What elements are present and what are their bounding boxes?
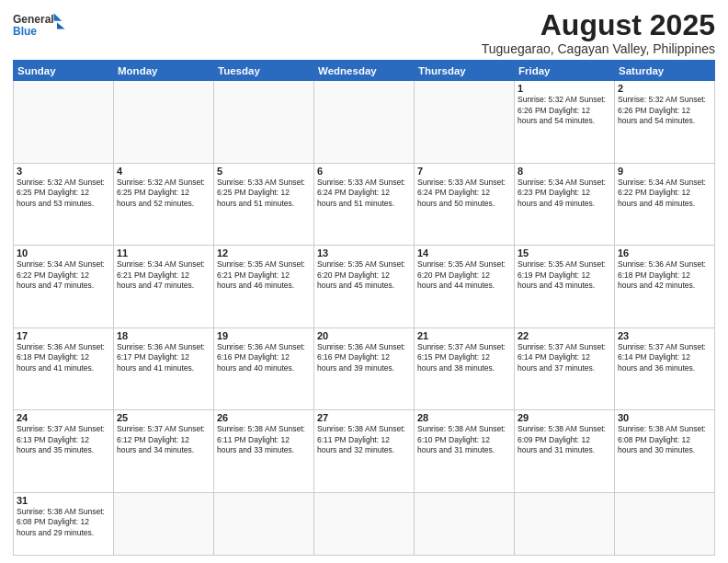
day-number: 4 bbox=[117, 166, 210, 177]
calendar-day-cell: 9Sunrise: 5:34 AM Sunset: 6:22 PM Daylig… bbox=[615, 163, 715, 245]
day-number: 10 bbox=[17, 247, 110, 259]
day-info: Sunrise: 5:37 AM Sunset: 6:13 PM Dayligh… bbox=[17, 424, 110, 455]
day-info: Sunrise: 5:38 AM Sunset: 6:11 PM Dayligh… bbox=[317, 424, 411, 455]
day-info: Sunrise: 5:32 AM Sunset: 6:26 PM Dayligh… bbox=[518, 95, 611, 126]
day-info: Sunrise: 5:36 AM Sunset: 6:16 PM Dayligh… bbox=[217, 342, 311, 373]
calendar-week-row: 1Sunrise: 5:32 AM Sunset: 6:26 PM Daylig… bbox=[14, 81, 715, 163]
day-number: 20 bbox=[317, 330, 411, 341]
day-number: 11 bbox=[117, 247, 210, 259]
day-info: Sunrise: 5:35 AM Sunset: 6:19 PM Dayligh… bbox=[518, 259, 611, 291]
day-number: 16 bbox=[618, 247, 711, 259]
day-info: Sunrise: 5:37 AM Sunset: 6:14 PM Dayligh… bbox=[518, 342, 611, 373]
day-number: 5 bbox=[217, 166, 311, 177]
calendar-day-cell: 22Sunrise: 5:37 AM Sunset: 6:14 PM Dayli… bbox=[515, 327, 615, 409]
calendar-day-cell: 13Sunrise: 5:35 AM Sunset: 6:20 PM Dayli… bbox=[314, 246, 415, 327]
day-number: 7 bbox=[417, 166, 511, 177]
day-info: Sunrise: 5:34 AM Sunset: 6:23 PM Dayligh… bbox=[518, 178, 611, 209]
day-info: Sunrise: 5:37 AM Sunset: 6:14 PM Dayligh… bbox=[618, 342, 711, 373]
col-monday: Monday bbox=[114, 61, 214, 81]
calendar-day-cell: 4Sunrise: 5:32 AM Sunset: 6:25 PM Daylig… bbox=[114, 163, 214, 245]
calendar-day-cell bbox=[314, 492, 415, 555]
day-info: Sunrise: 5:38 AM Sunset: 6:09 PM Dayligh… bbox=[518, 424, 611, 455]
header: GeneralBlue August 2025 Tuguegarao, Caga… bbox=[13, 9, 715, 56]
calendar-day-cell: 10Sunrise: 5:34 AM Sunset: 6:22 PM Dayli… bbox=[14, 246, 114, 327]
calendar-day-cell: 17Sunrise: 5:36 AM Sunset: 6:18 PM Dayli… bbox=[14, 327, 114, 409]
svg-marker-3 bbox=[57, 23, 65, 29]
day-number: 27 bbox=[317, 412, 411, 423]
svg-text:Blue: Blue bbox=[13, 25, 37, 38]
calendar-day-cell: 18Sunrise: 5:36 AM Sunset: 6:17 PM Dayli… bbox=[114, 327, 214, 409]
calendar-day-cell: 11Sunrise: 5:34 AM Sunset: 6:21 PM Dayli… bbox=[114, 246, 214, 327]
day-info: Sunrise: 5:32 AM Sunset: 6:25 PM Dayligh… bbox=[17, 178, 110, 209]
day-info: Sunrise: 5:36 AM Sunset: 6:16 PM Dayligh… bbox=[317, 342, 411, 373]
day-number: 23 bbox=[618, 330, 711, 341]
calendar-week-row: 3Sunrise: 5:32 AM Sunset: 6:25 PM Daylig… bbox=[14, 163, 715, 245]
day-number: 31 bbox=[17, 495, 110, 506]
day-info: Sunrise: 5:35 AM Sunset: 6:20 PM Dayligh… bbox=[317, 259, 411, 291]
calendar-day-cell bbox=[114, 81, 214, 163]
calendar-day-cell: 7Sunrise: 5:33 AM Sunset: 6:24 PM Daylig… bbox=[415, 163, 515, 245]
calendar-day-cell: 1Sunrise: 5:32 AM Sunset: 6:26 PM Daylig… bbox=[515, 81, 615, 163]
col-thursday: Thursday bbox=[415, 61, 515, 81]
day-info: Sunrise: 5:33 AM Sunset: 6:24 PM Dayligh… bbox=[417, 178, 511, 209]
calendar-table: Sunday Monday Tuesday Wednesday Thursday… bbox=[13, 60, 715, 556]
day-number: 8 bbox=[518, 166, 611, 177]
day-number: 30 bbox=[618, 412, 711, 423]
day-number: 22 bbox=[518, 330, 611, 341]
calendar-week-row: 31Sunrise: 5:38 AM Sunset: 6:08 PM Dayli… bbox=[14, 492, 715, 555]
calendar-day-cell bbox=[415, 81, 515, 163]
calendar-day-cell: 5Sunrise: 5:33 AM Sunset: 6:25 PM Daylig… bbox=[214, 163, 314, 245]
calendar-day-cell bbox=[214, 492, 314, 555]
day-info: Sunrise: 5:34 AM Sunset: 6:21 PM Dayligh… bbox=[117, 259, 210, 291]
col-wednesday: Wednesday bbox=[314, 61, 415, 81]
day-info: Sunrise: 5:32 AM Sunset: 6:25 PM Dayligh… bbox=[117, 178, 210, 209]
day-info: Sunrise: 5:32 AM Sunset: 6:26 PM Dayligh… bbox=[618, 95, 711, 126]
day-number: 15 bbox=[518, 247, 611, 259]
day-number: 19 bbox=[217, 330, 311, 341]
calendar-day-cell bbox=[14, 81, 114, 163]
calendar-day-cell: 12Sunrise: 5:35 AM Sunset: 6:21 PM Dayli… bbox=[214, 246, 314, 327]
calendar-day-cell: 15Sunrise: 5:35 AM Sunset: 6:19 PM Dayli… bbox=[515, 246, 615, 327]
day-info: Sunrise: 5:35 AM Sunset: 6:21 PM Dayligh… bbox=[217, 259, 311, 291]
calendar-day-cell: 26Sunrise: 5:38 AM Sunset: 6:11 PM Dayli… bbox=[214, 410, 314, 492]
day-number: 18 bbox=[117, 330, 210, 341]
day-info: Sunrise: 5:38 AM Sunset: 6:08 PM Dayligh… bbox=[17, 507, 110, 538]
page: GeneralBlue August 2025 Tuguegarao, Caga… bbox=[0, 0, 728, 563]
calendar-header-row: Sunday Monday Tuesday Wednesday Thursday… bbox=[14, 61, 715, 81]
col-tuesday: Tuesday bbox=[214, 61, 314, 81]
calendar-day-cell: 21Sunrise: 5:37 AM Sunset: 6:15 PM Dayli… bbox=[415, 327, 515, 409]
day-number: 28 bbox=[417, 412, 511, 423]
calendar-week-row: 24Sunrise: 5:37 AM Sunset: 6:13 PM Dayli… bbox=[14, 410, 715, 492]
calendar-week-row: 17Sunrise: 5:36 AM Sunset: 6:18 PM Dayli… bbox=[14, 327, 715, 409]
calendar-day-cell: 6Sunrise: 5:33 AM Sunset: 6:24 PM Daylig… bbox=[314, 163, 415, 245]
logo: GeneralBlue bbox=[13, 9, 68, 42]
calendar-day-cell: 25Sunrise: 5:37 AM Sunset: 6:12 PM Dayli… bbox=[114, 410, 214, 492]
calendar-day-cell: 24Sunrise: 5:37 AM Sunset: 6:13 PM Dayli… bbox=[14, 410, 114, 492]
day-info: Sunrise: 5:38 AM Sunset: 6:08 PM Dayligh… bbox=[618, 424, 711, 455]
day-number: 29 bbox=[518, 412, 611, 423]
day-info: Sunrise: 5:36 AM Sunset: 6:18 PM Dayligh… bbox=[17, 342, 110, 373]
generalblue-logo-icon: GeneralBlue bbox=[13, 9, 68, 42]
day-number: 3 bbox=[17, 166, 110, 177]
title-block: August 2025 Tuguegarao, Cagayan Valley, … bbox=[482, 9, 715, 56]
calendar-day-cell: 31Sunrise: 5:38 AM Sunset: 6:08 PM Dayli… bbox=[14, 492, 114, 555]
calendar-day-cell bbox=[615, 492, 715, 555]
calendar-day-cell bbox=[515, 492, 615, 555]
day-info: Sunrise: 5:38 AM Sunset: 6:10 PM Dayligh… bbox=[417, 424, 511, 455]
calendar-week-row: 10Sunrise: 5:34 AM Sunset: 6:22 PM Dayli… bbox=[14, 246, 715, 327]
day-number: 13 bbox=[317, 247, 411, 259]
day-number: 1 bbox=[518, 83, 611, 94]
calendar-day-cell: 29Sunrise: 5:38 AM Sunset: 6:09 PM Dayli… bbox=[515, 410, 615, 492]
day-info: Sunrise: 5:37 AM Sunset: 6:12 PM Dayligh… bbox=[117, 424, 210, 455]
day-info: Sunrise: 5:36 AM Sunset: 6:18 PM Dayligh… bbox=[618, 259, 711, 291]
calendar-day-cell: 28Sunrise: 5:38 AM Sunset: 6:10 PM Dayli… bbox=[415, 410, 515, 492]
day-number: 6 bbox=[317, 166, 411, 177]
day-info: Sunrise: 5:38 AM Sunset: 6:11 PM Dayligh… bbox=[217, 424, 311, 455]
day-number: 25 bbox=[117, 412, 210, 423]
svg-marker-2 bbox=[54, 13, 63, 21]
calendar-day-cell bbox=[114, 492, 214, 555]
day-info: Sunrise: 5:37 AM Sunset: 6:15 PM Dayligh… bbox=[417, 342, 511, 373]
calendar-day-cell: 14Sunrise: 5:35 AM Sunset: 6:20 PM Dayli… bbox=[415, 246, 515, 327]
calendar-day-cell: 30Sunrise: 5:38 AM Sunset: 6:08 PM Dayli… bbox=[615, 410, 715, 492]
calendar-day-cell: 8Sunrise: 5:34 AM Sunset: 6:23 PM Daylig… bbox=[515, 163, 615, 245]
